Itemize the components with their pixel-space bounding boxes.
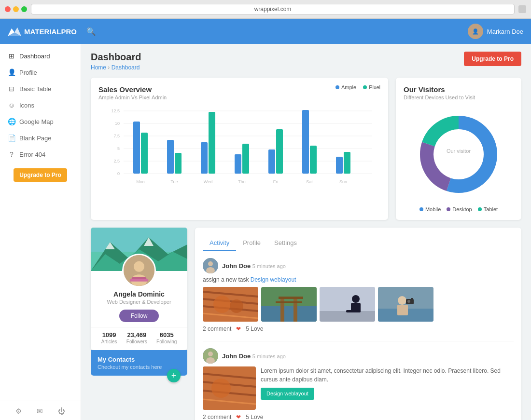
svg-text:10: 10: [115, 121, 120, 126]
followers-label: Followers: [126, 339, 147, 344]
activity-header-1: John Doe 5 minutes ago: [203, 258, 514, 273]
profile-icon: 👤: [8, 68, 15, 76]
activity-avatar-2: [203, 348, 218, 364]
activity-body-text-2: Lorem ipsum dolor sit amet, consectetur …: [261, 366, 514, 410]
profile-follow: Follow: [91, 310, 187, 322]
browser-refresh[interactable]: [518, 5, 526, 13]
profile-card: Angela Dominic Web Designer & Developer …: [91, 228, 187, 350]
sidebar-item-error-404[interactable]: ? Error 404: [0, 146, 81, 163]
visitors-subtitle: Different Devices Used to Visit: [404, 95, 514, 100]
sidebar-label-icons: Icons: [19, 102, 34, 109]
sidebar-label-basic-table: Basic Table: [19, 85, 51, 93]
sidebar-item-icons[interactable]: ☺ Icons: [0, 97, 81, 113]
legend-desktop-dot: [447, 207, 450, 211]
svg-text:Mon: Mon: [136, 179, 145, 184]
svg-point-75: [398, 296, 406, 305]
tab-activity[interactable]: Activity: [203, 235, 236, 251]
sidebar-upgrade-btn[interactable]: Upgrade to Pro: [14, 168, 67, 182]
donut-chart: Our visitor: [404, 106, 514, 203]
svg-text:2.5: 2.5: [113, 159, 120, 163]
activity-body-img-2: [203, 366, 256, 410]
mail-icon[interactable]: ✉: [37, 407, 43, 416]
activity-user-info-2: John Doe 5 minutes ago: [222, 352, 286, 360]
donut-svg: Our visitor: [415, 111, 502, 198]
svg-rect-66: [279, 297, 303, 299]
activity-text-1: assign a new task Design weblayout: [203, 276, 514, 283]
page-title-area: Dashboard Home › Dashboard: [91, 52, 141, 71]
page-title: Dashboard: [91, 52, 141, 63]
activity-img-1: [203, 287, 258, 322]
app: MATERIALPRO 🔍 👤 Markarn Doe ⊞ Dashboard …: [0, 19, 531, 420]
bar-chart-svg: 12.5 10 7.5 5 2.5 0 Mon Tue: [98, 106, 380, 193]
sales-chart-card: Sales Overview Ample Admin Vs Pixel Admi…: [91, 78, 388, 220]
svg-point-61: [230, 299, 243, 313]
svg-point-53: [208, 261, 213, 266]
svg-rect-19: [175, 153, 182, 174]
breadcrumb-home[interactable]: Home: [91, 64, 106, 71]
divider: [203, 341, 514, 341]
stat-following: 6035 Following: [156, 331, 177, 344]
svg-rect-30: [302, 110, 309, 174]
legend-mobile-dot: [419, 207, 423, 211]
browser-chrome: wrappixel.com: [0, 0, 531, 19]
legend-ample-label: Ample: [341, 84, 356, 90]
sidebar-item-google-map[interactable]: 🌐 Google Map: [0, 113, 81, 130]
search-icon[interactable]: 🔍: [86, 27, 96, 36]
settings-icon[interactable]: ⚙: [15, 407, 22, 416]
activity-footer-2: 2 comment ❤ 5 Love: [203, 414, 514, 420]
stat-followers: 23,469 Followers: [126, 331, 147, 344]
bottom-row: Angela Dominic Web Designer & Developer …: [91, 228, 521, 420]
upgrade-to-pro-button[interactable]: Upgrade to Pro: [464, 52, 521, 66]
svg-text:Thu: Thu: [238, 179, 246, 184]
icons-icon: ☺: [8, 101, 15, 109]
svg-text:Tue: Tue: [170, 179, 178, 184]
tabs: Activity Profile Settings: [203, 235, 514, 251]
svg-rect-24: [235, 154, 241, 174]
charts-row: Sales Overview Ample Admin Vs Pixel Admi…: [91, 78, 521, 220]
followers-count: 23,469: [126, 331, 147, 339]
dot-green: [21, 6, 27, 12]
svg-text:Our visitor: Our visitor: [447, 148, 471, 154]
sidebar-nav: ⊞ Dashboard 👤 Profile ⊟ Basic Table ☺ Ic…: [0, 48, 81, 401]
svg-text:12.5: 12.5: [111, 108, 120, 113]
legend-pixel-dot: [363, 85, 367, 89]
sidebar-item-basic-table[interactable]: ⊟ Basic Table: [0, 81, 81, 97]
dot-yellow: [13, 6, 19, 12]
dot-red: [5, 6, 11, 12]
chart-legend: Ample Pixel: [335, 84, 380, 90]
sidebar-label-profile: Profile: [19, 69, 37, 76]
sidebar-item-dashboard[interactable]: ⊞ Dashboard: [0, 48, 81, 64]
tab-settings[interactable]: Settings: [267, 235, 304, 251]
svg-rect-25: [242, 144, 249, 174]
logo: MATERIALPRO: [8, 27, 77, 36]
sidebar-item-profile[interactable]: 👤 Profile: [0, 64, 81, 81]
svg-rect-67: [276, 301, 302, 303]
activity-user-name-1: John Doe: [222, 262, 251, 270]
logo-text: MATERIALPRO: [24, 27, 77, 36]
svg-text:7.5: 7.5: [113, 134, 120, 138]
tab-profile[interactable]: Profile: [236, 235, 267, 251]
legend-tablet: Tablet: [478, 206, 498, 212]
legend-pixel-label: Pixel: [369, 84, 380, 90]
error-icon: ?: [8, 150, 15, 158]
browser-url: wrappixel.com: [31, 4, 515, 14]
svg-point-78: [407, 300, 410, 303]
sidebar-item-blank-page[interactable]: 📄 Blank Page: [0, 130, 81, 146]
svg-point-60: [213, 296, 231, 313]
power-icon[interactable]: ⏻: [58, 407, 65, 416]
activity-tag-2[interactable]: Design weblayout: [261, 388, 314, 400]
follow-button[interactable]: Follow: [119, 310, 159, 322]
my-contacts-sub: Checkout my contacts here: [98, 364, 181, 370]
heart-icon-1: ❤: [236, 325, 241, 332]
header-user: 👤 Markarn Doe: [468, 24, 523, 39]
donut-legend: Mobile Desktop Tablet: [404, 206, 514, 212]
breadcrumb: Home › Dashboard: [91, 64, 141, 71]
main-layout: ⊞ Dashboard 👤 Profile ⊟ Basic Table ☺ Ic…: [0, 44, 531, 420]
sales-chart-subtitle: Ample Admin Vs Pixel Admin: [98, 95, 167, 100]
legend-desktop: Desktop: [447, 206, 472, 212]
fab-button[interactable]: +: [167, 369, 181, 382]
activity-link-1[interactable]: Design weblayout: [251, 276, 296, 283]
sidebar-label-error-404: Error 404: [19, 151, 45, 158]
svg-text:Wed: Wed: [204, 179, 212, 184]
svg-point-48: [134, 261, 144, 272]
